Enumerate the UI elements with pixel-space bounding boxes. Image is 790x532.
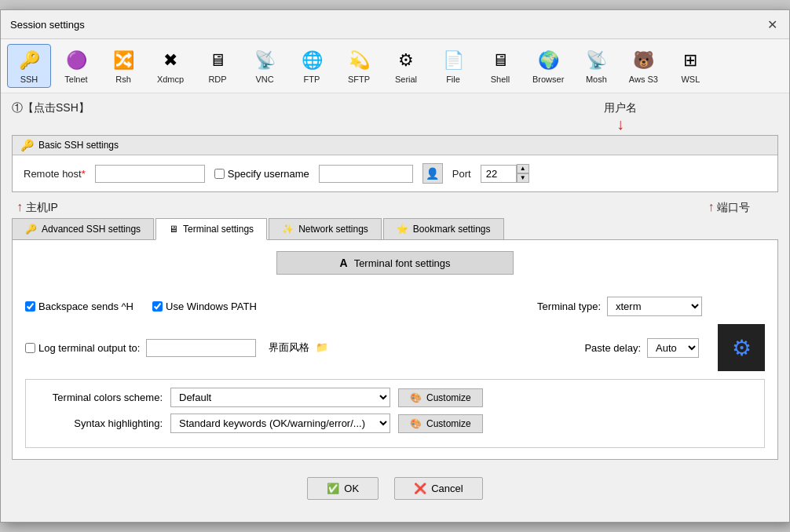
- title-bar: Session settings ✕: [1, 10, 789, 39]
- shell-label: Shell: [491, 75, 510, 84]
- ftp-icon: 🌐: [299, 48, 324, 73]
- windows-path-checkbox[interactable]: [152, 301, 163, 312]
- log-output-label: Log terminal output to:: [38, 342, 140, 354]
- ok-label: OK: [344, 483, 359, 494]
- shell-icon: 🖥: [488, 48, 513, 73]
- toolbar-item-ftp[interactable]: 🌐 FTP: [290, 44, 334, 88]
- colors-section: Terminal colors scheme: Default Solarize…: [25, 379, 765, 448]
- rsh-label: Rsh: [115, 75, 131, 84]
- colors-customize-button[interactable]: 🎨 Customize: [398, 388, 483, 407]
- basic-ssh-content: Remote host* Specify username 👤 Port ▲ ▼: [13, 155, 777, 191]
- log-output-input[interactable]: [146, 339, 256, 357]
- basic-ssh-title: Basic SSH settings: [38, 140, 119, 151]
- telnet-icon: 🟣: [64, 48, 89, 73]
- tab-bookmark[interactable]: ⭐ Bookmark settings: [383, 218, 504, 239]
- colors-scheme-row: Terminal colors scheme: Default Solarize…: [37, 388, 753, 407]
- mosh-icon: 📡: [583, 48, 609, 73]
- toolbar-item-rsh[interactable]: 🔀 Rsh: [101, 44, 145, 88]
- rsh-icon: 🔀: [111, 48, 136, 73]
- ok-button[interactable]: ✅ OK: [307, 477, 379, 500]
- body: ①【点击SSH】 用户名 ↓ 🔑 Basic SSH settings Remo…: [1, 93, 789, 522]
- basic-ssh-section: 🔑 Basic SSH settings Remote host* Specif…: [12, 135, 778, 192]
- mosh-label: Mosh: [586, 75, 607, 84]
- toolbar-item-browser[interactable]: 🌍 Browser: [525, 44, 571, 88]
- user-icon-button[interactable]: 👤: [422, 163, 443, 184]
- bookmark-tab-icon: ⭐: [397, 224, 408, 235]
- backspace-checkbox[interactable]: [25, 301, 35, 312]
- backspace-label: Backspace sends ^H: [38, 301, 133, 312]
- toolbar-item-xdmcp[interactable]: ✖ Xdmcp: [148, 44, 192, 88]
- tab-advanced-ssh[interactable]: 🔑 Advanced SSH settings: [12, 218, 154, 239]
- log-output-checkbox-label[interactable]: Log terminal output to:: [25, 342, 140, 354]
- terminal-font-settings-button[interactable]: A Terminal font settings: [276, 251, 514, 275]
- syntax-customize-button[interactable]: 🎨 Customize: [398, 414, 483, 433]
- telnet-label: Telnet: [64, 75, 87, 84]
- toolbar-item-file[interactable]: 📄 File: [431, 44, 475, 88]
- network-tab-icon: ✨: [282, 224, 294, 235]
- rdp-label: RDP: [208, 75, 226, 84]
- specify-username-checkbox[interactable]: [214, 169, 225, 179]
- specify-username-checkbox-label[interactable]: Specify username: [214, 168, 309, 180]
- tab-network[interactable]: ✨ Network settings: [269, 218, 382, 239]
- customize-icon-1: 🎨: [410, 392, 422, 403]
- toolbar-item-rdp[interactable]: 🖥 RDP: [196, 44, 240, 88]
- remote-host-input[interactable]: [95, 165, 205, 183]
- close-button[interactable]: ✕: [764, 16, 780, 32]
- toolbar-item-telnet[interactable]: 🟣 Telnet: [54, 44, 98, 88]
- font-btn-icon: A: [340, 257, 348, 269]
- ftp-label: FTP: [304, 75, 320, 84]
- syntax-row: Syntax highlighting: Standard keywords (…: [37, 414, 753, 433]
- footer: ✅ OK ❌ Cancel: [12, 468, 778, 511]
- colors-scheme-label: Terminal colors scheme:: [37, 392, 163, 403]
- sftp-icon: 💫: [346, 48, 371, 73]
- cancel-button[interactable]: ❌ Cancel: [394, 477, 482, 500]
- port-spin-up[interactable]: ▲: [517, 164, 529, 173]
- xdmcp-icon: ✖: [158, 48, 183, 73]
- terminal-tab-icon: 🖥: [169, 224, 178, 235]
- terminal-settings-content: A Terminal font settings Backspace sends…: [12, 240, 778, 460]
- file-label: File: [446, 75, 460, 84]
- toolbar-item-serial[interactable]: ⚙ Serial: [384, 44, 428, 88]
- serial-label: Serial: [395, 75, 417, 84]
- toolbar-item-sftp[interactable]: 💫 SFTP: [337, 44, 381, 88]
- tab-terminal[interactable]: 🖥 Terminal settings: [155, 218, 267, 240]
- interface-style-label: 界面风格 📁: [269, 341, 328, 355]
- annotation-username: 用户名 ↓: [604, 101, 637, 133]
- port-input[interactable]: [481, 165, 517, 183]
- terminal-type-label: Terminal type:: [537, 301, 601, 312]
- xdmcp-label: Xdmcp: [157, 75, 184, 84]
- windows-path-checkbox-label[interactable]: Use Windows PATH: [152, 301, 257, 312]
- toolbar-item-ssh[interactable]: 🔑 SSH: [7, 44, 51, 88]
- annotation-host-ip: ↑ 主机IP: [16, 200, 58, 215]
- syntax-label: Syntax highlighting:: [37, 417, 163, 429]
- annotation-ssh-click: ①【点击SSH】: [12, 101, 90, 115]
- vnc-icon: 📡: [252, 48, 277, 73]
- browser-label: Browser: [532, 75, 564, 84]
- ok-icon: ✅: [327, 483, 339, 494]
- terminal-type-select[interactable]: xterm vt100 linux xterm-256color: [607, 297, 702, 316]
- cancel-label: Cancel: [431, 483, 463, 494]
- toolbar-item-vnc[interactable]: 📡 VNC: [243, 44, 287, 88]
- toolbar-item-mosh[interactable]: 📡 Mosh: [574, 44, 618, 88]
- paste-delay-label: Paste delay:: [584, 342, 641, 354]
- port-spinner: ▲ ▼: [517, 164, 529, 183]
- paste-delay-select[interactable]: Auto None Short Long: [647, 338, 699, 358]
- cancel-icon: ❌: [414, 483, 426, 494]
- port-label: Port: [452, 168, 471, 180]
- colors-scheme-select[interactable]: Default Solarized Dark Solarized Light M…: [170, 388, 390, 407]
- syntax-select[interactable]: Standard keywords (OK/warning/error/...)…: [170, 414, 390, 433]
- username-input[interactable]: [319, 165, 413, 183]
- toolbar-item-wsl[interactable]: ⊞ WSL: [668, 44, 712, 88]
- toolbar-item-aws-s3[interactable]: 🐻 Aws S3: [621, 44, 665, 88]
- browser-icon: 🌍: [536, 48, 561, 73]
- port-spin-down[interactable]: ▼: [517, 173, 529, 183]
- backspace-checkbox-label[interactable]: Backspace sends ^H: [25, 301, 133, 312]
- log-output-checkbox[interactable]: [25, 343, 35, 353]
- gear-settings-box[interactable]: ⚙: [718, 324, 765, 371]
- toolbar-item-shell[interactable]: 🖥 Shell: [478, 44, 522, 88]
- basic-ssh-icon: 🔑: [20, 139, 34, 151]
- remote-host-label: Remote host*: [24, 168, 86, 180]
- customize-icon-2: 🎨: [410, 418, 422, 429]
- ssh-icon: 🔑: [16, 48, 42, 73]
- basic-ssh-header: 🔑 Basic SSH settings: [13, 136, 777, 155]
